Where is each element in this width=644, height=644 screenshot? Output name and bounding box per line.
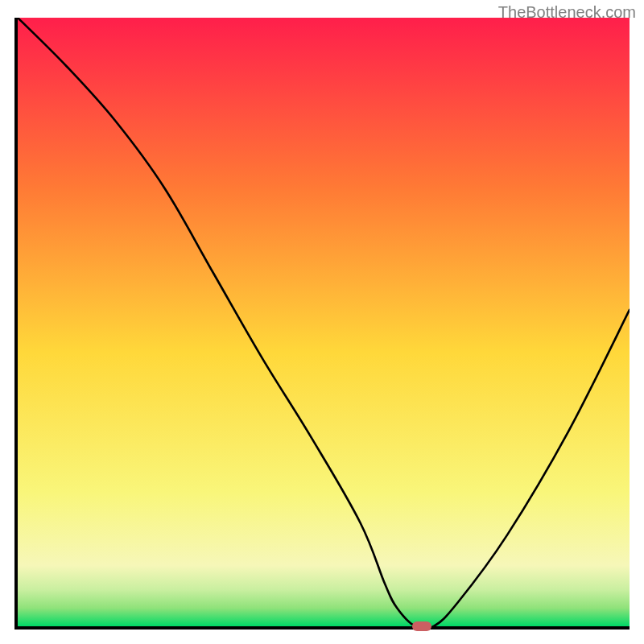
plot-inner bbox=[18, 18, 630, 626]
minimum-marker bbox=[412, 621, 431, 631]
plot-area bbox=[14, 18, 630, 630]
watermark-text: TheBottleneck.com bbox=[498, 3, 636, 22]
curve-line bbox=[18, 18, 630, 626]
chart-container: TheBottleneck.com bbox=[0, 0, 644, 644]
